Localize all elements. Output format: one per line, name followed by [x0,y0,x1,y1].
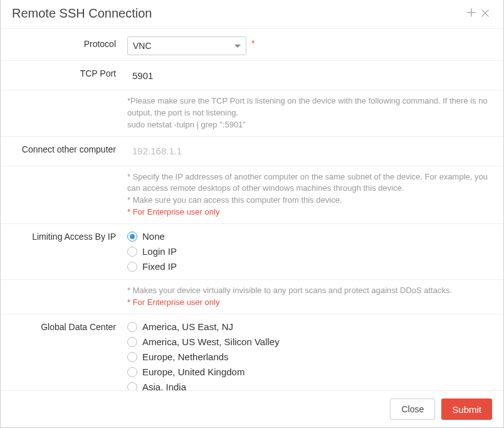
radio-icon [127,247,137,257]
row-limit-ip-help: * Makes your device virtually invisible … [1,280,503,314]
modal-title: Remote SSH Connection [12,6,465,21]
data-center-option-us-west[interactable]: America, US West, Silicon Valley [127,334,491,350]
row-other-computer-help: * Specify the IP addresses of another co… [1,166,503,224]
limit-ip-option-fixed[interactable]: Fixed IP [127,259,491,274]
radio-icon [127,367,137,377]
radio-label: None [142,231,165,242]
tcp-port-help-1: *Please make sure the TCP Port is listen… [127,95,491,119]
radio-icon [127,262,137,272]
radio-label: Login IP [142,246,177,257]
limit-ip-help-ent: * For Enterprise user only [127,297,491,309]
radio-icon [127,232,137,242]
modal-body: Protocol VNC * TCP Port *Plea [1,29,503,390]
row-data-center: Global Data Center America, US East, NJ … [1,314,503,390]
submit-button[interactable]: Submit [441,399,492,420]
radio-icon [127,337,137,347]
row-tcp-port-help: *Please make sure the TCP Port is listen… [1,90,503,137]
limit-ip-label: Limiting Access By IP [1,228,123,276]
limit-ip-option-login[interactable]: Login IP [127,244,491,259]
data-center-option-eu-nl[interactable]: Europe, Netherlands [127,350,491,365]
row-tcp-port: TCP Port [1,61,503,90]
protocol-label: Protocol [1,35,123,56]
row-other-computer: Connect other computer [1,137,503,166]
radio-icon [127,322,137,332]
radio-label: America, US East, NJ [142,321,233,332]
required-mark: * [251,38,255,48]
limit-ip-options: None Login IP Fixed IP [123,228,496,276]
radio-icon [127,382,137,390]
modal: Remote SSH Connection Protocol VNC * [1,0,503,427]
data-center-label: Global Data Center [1,318,123,390]
tcp-port-input[interactable] [127,66,478,85]
modal-footer: Close Submit [1,390,503,427]
data-center-options: America, US East, NJ America, US West, S… [123,318,496,390]
radio-label: America, US West, Silicon Valley [142,336,280,347]
plus-icon[interactable] [465,8,478,19]
other-computer-label: Connect other computer [1,141,123,162]
radio-label: Europe, Netherlands [142,351,229,362]
radio-label: Fixed IP [142,261,177,272]
protocol-select[interactable]: VNC [127,36,246,55]
data-center-option-us-east[interactable]: America, US East, NJ [127,319,491,334]
data-center-option-asia-in[interactable]: Asia, India [127,380,491,390]
other-computer-help-ent: * For Enterprise user only [127,206,491,218]
chevron-down-icon [234,45,241,48]
other-computer-help-1: * Specify the IP addresses of another co… [127,171,491,195]
data-center-option-eu-uk[interactable]: Europe, United Kingdom [127,365,491,380]
radio-icon [127,352,137,362]
other-computer-help-2: * Make sure you can access this computer… [127,195,491,206]
row-limit-ip: Limiting Access By IP None Login IP Fixe… [1,224,503,280]
radio-label: Europe, United Kingdom [142,366,244,377]
close-icon[interactable] [478,8,492,19]
radio-label: Asia, India [142,382,186,390]
close-button[interactable]: Close [390,399,435,420]
tcp-port-label: TCP Port [1,65,123,86]
other-computer-input[interactable] [127,142,478,161]
limit-ip-option-none[interactable]: None [127,229,491,244]
tcp-port-help-2: sudo netstat -tulpn | grep ":5901" [127,119,491,131]
modal-header: Remote SSH Connection [1,0,503,29]
protocol-select-value: VNC [133,41,234,51]
limit-ip-help-1: * Makes your device virtually invisible … [127,285,491,297]
row-protocol: Protocol VNC * [1,31,503,61]
